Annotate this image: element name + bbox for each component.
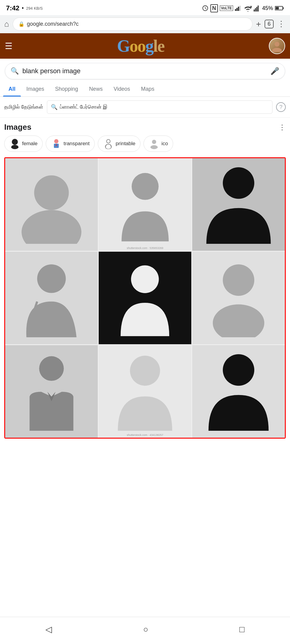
avatar[interactable]	[269, 38, 285, 54]
tab-news[interactable]: News	[84, 82, 108, 96]
google-logo: Google	[117, 36, 164, 56]
browser-toolbar: ⌂ 🔒 google.com/search?c + 6 ⋮	[0, 15, 290, 33]
alarm-icon	[202, 5, 209, 11]
svg-point-32	[223, 264, 254, 296]
tab-maps[interactable]: Maps	[136, 82, 160, 96]
svg-point-17	[54, 139, 58, 143]
image-cell-8[interactable]: shutterstock.com · 434138257	[99, 345, 191, 438]
n-icon: N	[210, 4, 218, 12]
image-grid: shutterstock.com · 535653269	[5, 158, 285, 438]
status-dot: •	[22, 5, 24, 11]
tab-videos[interactable]: Videos	[108, 82, 136, 96]
svg-point-27	[21, 210, 81, 244]
svg-rect-0	[235, 9, 236, 11]
svg-point-36	[130, 356, 160, 386]
svg-point-33	[213, 304, 264, 337]
svg-rect-12	[275, 7, 279, 9]
avatar-image	[271, 40, 283, 52]
svg-rect-6	[254, 9, 255, 11]
image-cell-1[interactable]	[5, 158, 98, 251]
new-tab-button[interactable]: +	[256, 19, 261, 29]
nav-bar: ◁ ○ □	[0, 617, 290, 644]
hamburger-menu[interactable]: ☰	[5, 41, 12, 51]
silhouette-4	[12, 259, 91, 337]
search-query[interactable]: blank person image	[22, 67, 267, 75]
search-icon: 🔍	[11, 67, 19, 75]
search-area: 🔍 blank person image 🎤	[0, 59, 290, 82]
chip-transparent-label: transparent	[64, 141, 90, 147]
recent-apps-button[interactable]: □	[239, 625, 245, 634]
silhouette-7	[12, 352, 91, 431]
back-button[interactable]: ◁	[45, 624, 52, 634]
translate-label: தமிழில் தேடுங்கள்	[4, 104, 43, 110]
svg-point-13	[275, 42, 279, 47]
silhouette-6	[199, 259, 278, 337]
translate-input[interactable]: 🔍 ப்ளாண்ட் பேர்சொன் இ	[47, 100, 272, 114]
url-bar[interactable]: 🔒 google.com/search?c	[13, 18, 252, 31]
chip-transparent-icon	[51, 138, 62, 149]
svg-rect-3	[239, 6, 241, 11]
mic-icon[interactable]: 🎤	[270, 67, 279, 75]
svg-rect-9	[258, 5, 259, 11]
chip-printable[interactable]: printable	[98, 136, 140, 152]
silhouette-8	[106, 352, 184, 431]
svg-point-15	[12, 139, 18, 145]
image-cell-6[interactable]	[192, 252, 285, 344]
svg-rect-2	[238, 7, 239, 11]
silhouette-3	[199, 165, 278, 244]
url-text: google.com/search?c	[27, 21, 79, 27]
silhouette-5	[110, 259, 180, 337]
chip-icon[interactable]: ico	[143, 136, 173, 152]
chip-transparent[interactable]: transparent	[46, 136, 95, 152]
chip-female-icon	[9, 138, 20, 149]
image-cell-5[interactable]	[99, 252, 191, 344]
search-tabs: All Images Shopping News Videos Maps	[0, 82, 290, 97]
battery-icon	[275, 5, 284, 11]
svg-point-37	[223, 354, 254, 386]
chip-female[interactable]: female	[4, 136, 43, 152]
tab-count[interactable]: 6	[265, 20, 274, 28]
chip-printable-label: printable	[116, 141, 135, 147]
network-speed: 294 KB/S	[26, 6, 43, 11]
chip-female-label: female	[22, 141, 38, 147]
svg-point-25	[150, 145, 158, 149]
svg-point-16	[11, 145, 18, 149]
svg-point-26	[34, 175, 69, 210]
image-cell-3[interactable]	[192, 158, 285, 251]
svg-point-20	[107, 139, 110, 143]
home-button[interactable]: ⌂	[4, 19, 9, 29]
chip-icon-label: ico	[161, 141, 168, 147]
svg-point-29	[223, 167, 254, 199]
tab-images[interactable]: Images	[21, 82, 50, 96]
svg-point-31	[131, 265, 159, 293]
silhouette-9	[199, 352, 278, 431]
search-box[interactable]: 🔍 blank person image 🎤	[5, 63, 285, 79]
watermark-8: shutterstock.com · 434138257	[99, 433, 191, 436]
svg-rect-8	[256, 7, 257, 11]
browser-menu-button[interactable]: ⋮	[277, 19, 286, 29]
images-header: Images ⋮	[4, 123, 286, 132]
home-nav-button[interactable]: ○	[143, 625, 148, 634]
image-cell-4[interactable]	[5, 252, 98, 344]
tab-shopping[interactable]: Shopping	[50, 82, 84, 96]
tab-all[interactable]: All	[3, 82, 21, 96]
svg-rect-11	[283, 7, 284, 9]
svg-rect-7	[255, 8, 256, 11]
silhouette-1	[12, 165, 91, 244]
silhouette-2	[108, 168, 182, 242]
watermark-2: shutterstock.com · 535653269	[99, 247, 191, 250]
image-cell-2[interactable]: shutterstock.com · 535653269	[99, 158, 191, 251]
translate-bar: தமிழில் தேடுங்கள் 🔍 ப்ளாண்ட் பேர்சொன் இ …	[0, 97, 290, 118]
images-title: Images	[4, 123, 31, 132]
svg-point-14	[272, 48, 282, 52]
image-cell-9[interactable]	[192, 345, 285, 438]
image-cell-7[interactable]	[5, 345, 98, 438]
help-button[interactable]: ?	[276, 102, 286, 112]
translated-text: ப்ளாண்ட் பேர்சொன் இ	[60, 104, 107, 110]
status-bar: 7:42 • 294 KB/S N VoLTE 45%	[0, 0, 290, 15]
images-more-button[interactable]: ⋮	[278, 123, 286, 132]
lock-icon: 🔒	[18, 21, 25, 27]
battery-level: 45%	[262, 5, 273, 11]
svg-point-34	[39, 356, 64, 381]
mobile-signal-icon	[254, 5, 260, 11]
